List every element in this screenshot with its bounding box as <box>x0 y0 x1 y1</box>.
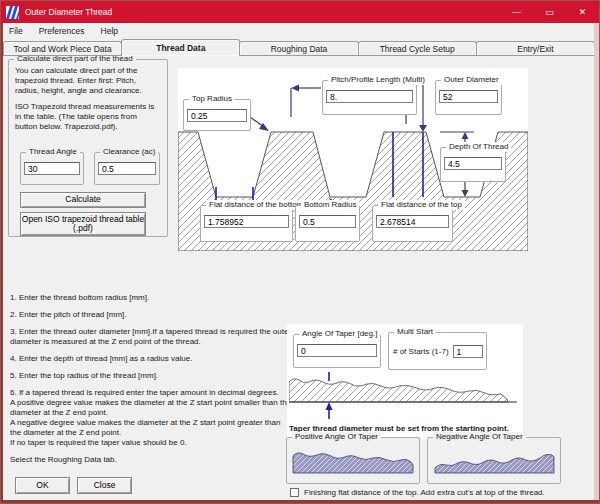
calculate-button[interactable]: Calculate <box>20 192 146 208</box>
pitch-profile-length-label: Pitch/Profile Length (Multi) <box>328 75 428 85</box>
tab-roughing-data[interactable]: Roughing Data <box>239 41 358 56</box>
maximize-icon[interactable]: ▭ <box>533 1 566 23</box>
menubar: File Preferences Help <box>3 23 594 39</box>
instructions: 1. Enter the thread bottom radius [mm]. … <box>10 293 292 472</box>
angle-of-taper-input[interactable] <box>297 344 377 357</box>
flat-distance-bottom-label: Flat distance of the bottom <box>206 200 306 210</box>
finishing-flat-checkbox[interactable] <box>290 488 299 497</box>
flat-distance-bottom-input[interactable] <box>204 215 289 228</box>
top-radius-label: Top Radius <box>189 94 235 104</box>
instruction-6: 6. If a tapered thread is required enter… <box>10 388 292 448</box>
taper-profile <box>289 379 508 402</box>
app-icon <box>6 6 19 19</box>
window-border-bottom <box>1 500 599 503</box>
thread-profile-diagram: Top Radius Pitch/Profile Length (Multi) … <box>178 68 528 251</box>
positive-taper-thumbnail <box>291 448 416 478</box>
thread-data-tab-content: Calculate direct part of the thead You c… <box>3 56 594 500</box>
clearance-label: Clearance (ac) <box>100 147 158 157</box>
window-border-left <box>1 23 3 503</box>
outer-diameter-thread-window: Outer Diameter Thread — ▭ ✕ File Prefere… <box>0 0 600 504</box>
top-radius-group: Top Radius <box>183 99 251 131</box>
bottom-radius-group: Bottom Radius <box>295 205 360 242</box>
clearance-input[interactable] <box>98 162 156 175</box>
flat-distance-top-label: Flat distance of the top <box>378 200 465 210</box>
finishing-flat-checkbox-row: Finishing flat distance of the top. Add … <box>290 488 545 497</box>
calc-paragraph-1: You can calculate direct part of the tra… <box>15 66 161 96</box>
instruction-4: 4. Enter the depth of thread [mm] as a r… <box>10 354 292 364</box>
pitch-profile-length-input[interactable] <box>326 90 413 103</box>
taper-thread-drawing <box>289 372 519 420</box>
thread-angle-group: Thread Angle <box>20 152 84 185</box>
window-border-right <box>594 23 599 503</box>
finishing-flat-checkbox-label: Finishing flat distance of the top. Add … <box>304 488 545 497</box>
flat-distance-top-group: Flat distance of the top <box>372 205 453 242</box>
negative-taper-thumbnail <box>432 448 557 478</box>
top-radius-input[interactable] <box>187 109 247 122</box>
calculate-direct-part-group: Calculate direct part of the thead You c… <box>8 59 168 237</box>
pitch-profile-length-group: Pitch/Profile Length (Multi) <box>322 80 417 115</box>
open-iso-trapezoid-table-button[interactable]: Open ISO trapezoid thread table (.pdf) <box>20 212 146 236</box>
flat-distance-top-input[interactable] <box>376 215 449 228</box>
number-of-starts-label: # of Starts (1-7) <box>393 347 449 356</box>
clearance-group: Clearance (ac) <box>94 152 160 185</box>
instruction-1: 1. Enter the thread bottom radius [mm]. <box>10 293 292 303</box>
outer-diameter-input[interactable] <box>439 90 498 103</box>
angle-of-taper-label: Angle Of Taper [deg.] <box>299 329 380 339</box>
close-button[interactable]: Close <box>77 477 132 494</box>
instruction-3: 3. Enter the thread outer diameter [mm].… <box>10 327 292 347</box>
titlebar: Outer Diameter Thread — ▭ ✕ <box>1 1 599 23</box>
depth-of-thread-group: Depth Of Thread <box>440 147 506 182</box>
instruction-select-roughing-tab: Select the Roughing Data tab. <box>10 455 292 465</box>
flat-distance-bottom-group: Flat distance of the bottom <box>200 205 293 242</box>
instruction-2: 2. Enter the pitch of thread [mm]. <box>10 310 292 320</box>
thread-angle-label: Thread Angle <box>26 147 80 157</box>
negative-angle-of-taper-group: Negative Angle Of Taper <box>427 437 561 484</box>
thread-angle-input[interactable] <box>24 162 80 175</box>
instruction-5: 5. Enter the top radius of the thread [m… <box>10 371 292 381</box>
depth-of-thread-label: Depth Of Thread <box>446 142 511 152</box>
negative-angle-of-taper-label: Negative Angle Of Taper <box>433 432 526 442</box>
outer-diameter-group: Outer Diameter <box>435 80 502 115</box>
tab-thread-cycle-setup[interactable]: Thread Cycle Setup <box>358 41 477 56</box>
menu-help[interactable]: Help <box>101 26 118 36</box>
outer-diameter-label: Outer Diameter <box>441 75 502 85</box>
tab-thread-data[interactable]: Thread Data <box>121 39 240 56</box>
calc-paragraph-2: ISO Trapezoid thread measurements is in … <box>15 102 161 132</box>
bottom-radius-label: Bottom Radius <box>301 200 359 210</box>
tabstrip-baseline <box>3 55 594 56</box>
positive-angle-of-taper-group: Positive Angle Of Taper <box>286 437 420 484</box>
multi-start-group: Multi Start # of Starts (1-7) <box>388 332 487 370</box>
positive-angle-of-taper-label: Positive Angle Of Taper <box>292 432 381 442</box>
window-title: Outer Diameter Thread <box>25 7 500 17</box>
taper-panel: Angle Of Taper [deg.] Multi Start # of S… <box>287 324 523 440</box>
close-icon[interactable]: ✕ <box>566 1 599 23</box>
angle-of-taper-group: Angle Of Taper [deg.] <box>293 334 381 368</box>
menu-preferences[interactable]: Preferences <box>39 26 85 36</box>
menu-file[interactable]: File <box>9 26 23 36</box>
tab-entry-exit[interactable]: Entry/Exit <box>476 41 595 56</box>
ok-button[interactable]: OK <box>15 477 70 494</box>
minimize-icon[interactable]: — <box>500 1 533 23</box>
multi-start-label: Multi Start <box>394 327 436 337</box>
number-of-starts-input[interactable] <box>453 345 483 358</box>
bottom-radius-input[interactable] <box>299 215 356 228</box>
depth-of-thread-input[interactable] <box>444 157 502 170</box>
